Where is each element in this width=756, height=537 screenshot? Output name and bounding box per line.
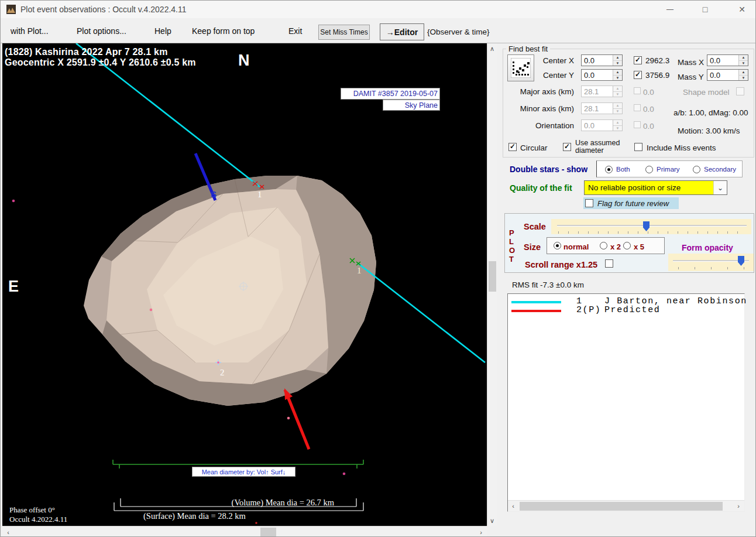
list-horizontal-scrollbar[interactable]: ‹ ›	[508, 500, 744, 511]
major-axis-err: 0.0	[643, 88, 654, 97]
spin-up-icon[interactable]: ▲	[739, 55, 748, 61]
spin-down-icon: ▼	[613, 126, 622, 131]
spin-down-icon[interactable]: ▼	[739, 76, 748, 81]
plot-title: (1828) Kashirina 2022 Apr 7 28.1 km	[5, 47, 168, 57]
radio-primary-label[interactable]: Primary	[657, 166, 680, 173]
spin-down-icon[interactable]: ▼	[613, 61, 622, 66]
major-axis-err-checkbox	[634, 87, 641, 94]
plot-letter-p: P	[509, 228, 514, 237]
use-assumed-label-2: diameter	[575, 146, 604, 155]
mean-diameter-caption[interactable]: Mean diameter by: Vol↑ Surf↓	[192, 467, 295, 477]
egress-marker-label: 1	[357, 266, 362, 275]
plot-vertical-scrollbar[interactable]: ∧ ∨	[487, 43, 497, 526]
shape-model-checkbox[interactable]	[736, 87, 744, 95]
major-axis-label: Major axis (km)	[514, 87, 574, 96]
predicted-marker-label: 2	[220, 368, 225, 377]
mass-y-spinner[interactable]: 0.0 ▲▼	[707, 69, 748, 81]
form-opacity-slider[interactable]	[668, 254, 754, 271]
x-fit-checkbox[interactable]	[634, 56, 642, 64]
minor-axis-spinner[interactable]: 28.1 ▲▼	[581, 102, 623, 114]
menu-keep-on-top[interactable]: Keep form on top	[192, 26, 255, 36]
spin-down-icon[interactable]: ▼	[613, 76, 622, 81]
surface-caption: (Surface) Mean dia = 28.2 km	[143, 511, 246, 521]
scroll-left-icon[interactable]: ‹	[509, 501, 517, 511]
major-axis-spinner[interactable]: 28.1 ▲▼	[581, 85, 623, 97]
menu-help[interactable]: Help	[154, 26, 171, 36]
center-y-spinner[interactable]: 0.0 ▲▼	[581, 69, 623, 81]
compass-east-label: E	[8, 278, 19, 296]
center-x-spinner[interactable]: 0.0 ▲▼	[581, 54, 623, 66]
vertical-scroll-thumb[interactable]	[489, 261, 496, 292]
center-y-value[interactable]: 0.0	[584, 71, 595, 80]
flag-review-checkbox[interactable]	[585, 199, 593, 207]
scale-slider-thumb[interactable]	[643, 221, 650, 231]
radio-size-x2[interactable]	[600, 242, 607, 249]
title-bar: Plot event observations : Occult v.4.202…	[1, 1, 756, 18]
compass-north-label: N	[238, 52, 250, 70]
scroll-up-icon[interactable]: ∧	[487, 43, 497, 54]
radio-both-label[interactable]: Both	[616, 166, 630, 173]
menu-bar: with Plot... Plot options... Help Keep f…	[1, 18, 756, 43]
radio-both[interactable]	[605, 166, 613, 173]
scroll-down-icon[interactable]: ∨	[487, 515, 497, 526]
list-scroll-thumb[interactable]	[520, 502, 723, 511]
sky-plane-plot-canvas[interactable]: S 1 1 2	[2, 43, 487, 526]
phase-offset-label: Phase offset 0°	[9, 505, 55, 515]
scroll-range-checkbox[interactable]	[605, 259, 613, 268]
x-fit-value: 2962.3	[645, 56, 669, 65]
circular-checkbox[interactable]	[508, 143, 517, 151]
horizontal-scroll-thumb[interactable]	[260, 528, 276, 536]
menu-with-plot[interactable]: with Plot...	[11, 26, 49, 36]
scroll-left-icon[interactable]: ‹	[4, 526, 13, 537]
chord-color-swatch-2	[511, 310, 561, 312]
scale-slider[interactable]	[551, 219, 751, 234]
radio-size-normal-label[interactable]: normal	[563, 242, 589, 251]
quality-dropdown[interactable]: No reliable position or size ⌄	[584, 180, 727, 195]
set-miss-times-button[interactable]: Set Miss Times	[318, 25, 370, 40]
use-assumed-checkbox[interactable]	[563, 143, 571, 151]
minimize-icon[interactable]: —	[657, 1, 683, 18]
center-x-label: Center X	[514, 56, 574, 65]
spin-up-icon[interactable]: ▲	[613, 70, 622, 76]
include-miss-checkbox[interactable]	[634, 143, 642, 151]
spin-down-icon[interactable]: ▼	[739, 61, 748, 66]
plot-horizontal-scrollbar[interactable]: ‹ ›	[2, 526, 487, 537]
scale-label: Scale	[524, 222, 546, 231]
center-x-value[interactable]: 0.0	[584, 56, 595, 65]
shape-model-label: Shape model	[683, 88, 730, 97]
mass-y-value[interactable]: 0.0	[710, 71, 720, 80]
rms-fit-text: RMS fit -7.3 ±0.0 km	[512, 281, 584, 289]
close-icon[interactable]: ✕	[727, 1, 756, 18]
radio-size-normal[interactable]	[554, 242, 561, 249]
window-title: Plot event observations : Occult v.4.202…	[20, 5, 187, 14]
observation-row[interactable]: 2(P)Predicted	[576, 305, 660, 315]
radio-size-x2-label[interactable]: x 2	[610, 242, 621, 251]
radio-primary[interactable]	[645, 166, 653, 173]
maximize-icon[interactable]: □	[692, 1, 719, 18]
form-opacity-thumb[interactable]	[738, 256, 744, 266]
menu-exit[interactable]: Exit	[288, 26, 302, 36]
radio-size-x5[interactable]	[623, 242, 631, 249]
mass-x-value[interactable]: 0.0	[710, 56, 720, 65]
scroll-right-icon[interactable]: ›	[734, 501, 743, 511]
menu-plot-options[interactable]: Plot options...	[77, 26, 126, 36]
y-fit-checkbox[interactable]	[634, 71, 642, 79]
chevron-down-icon[interactable]: ⌄	[713, 181, 727, 194]
radio-size-x5-label[interactable]: x 5	[634, 242, 644, 251]
radio-secondary[interactable]	[693, 166, 700, 173]
radio-secondary-label[interactable]: Secondary	[704, 166, 736, 173]
observer-time-label[interactable]: {Observer & time}	[427, 28, 490, 36]
editor-button[interactable]: →Editor	[380, 23, 424, 40]
scroll-right-icon[interactable]: ›	[476, 526, 486, 537]
orientation-spinner[interactable]: 0.0 ▲▼	[581, 119, 623, 131]
y-fit-value: 3756.9	[645, 71, 669, 80]
observation-name: Predicted	[604, 305, 660, 315]
mass-x-spinner[interactable]: 0.0 ▲▼	[707, 54, 748, 66]
spin-up-icon[interactable]: ▲	[739, 70, 748, 76]
quality-label: Quality of the fit	[510, 183, 572, 193]
spin-up-icon[interactable]: ▲	[613, 55, 622, 61]
size-options: normal x 2 x 5	[547, 237, 665, 254]
observation-list[interactable]: 1J Barton, near Robinson 2(P)Predicted ‹…	[507, 293, 745, 512]
volume-caption: (Volume) Mean dia = 26.7 km	[232, 498, 335, 508]
minor-axis-err: 0.0	[643, 105, 654, 114]
